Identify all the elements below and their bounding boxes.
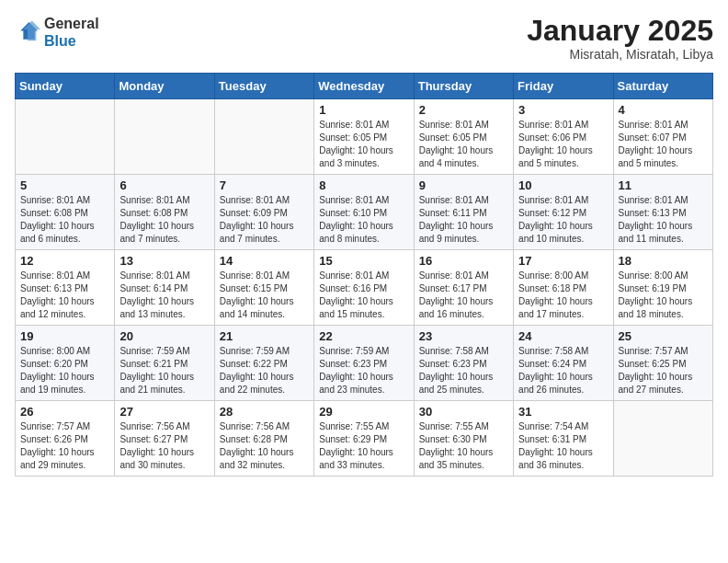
day-info: Sunrise: 8:01 AMSunset: 6:14 PMDaylight:… xyxy=(119,270,209,321)
day-number: 23 xyxy=(419,329,508,343)
calendar-cell: 3Sunrise: 8:01 AMSunset: 6:06 PMDaylight… xyxy=(514,99,613,175)
day-number: 31 xyxy=(518,405,608,419)
day-number: 5 xyxy=(20,178,109,192)
calendar-cell: 11Sunrise: 8:01 AMSunset: 6:13 PMDayligh… xyxy=(613,175,712,250)
calendar-cell: 19Sunrise: 8:00 AMSunset: 6:20 PMDayligh… xyxy=(16,326,115,401)
calendar-cell: 20Sunrise: 7:59 AMSunset: 6:21 PMDayligh… xyxy=(115,326,214,401)
calendar-cell: 16Sunrise: 8:01 AMSunset: 6:17 PMDayligh… xyxy=(414,250,513,326)
day-number: 13 xyxy=(119,254,209,268)
calendar-week-5: 26Sunrise: 7:57 AMSunset: 6:26 PMDayligh… xyxy=(16,401,713,477)
day-info: Sunrise: 8:01 AMSunset: 6:05 PMDaylight:… xyxy=(319,119,408,170)
calendar-cell: 6Sunrise: 8:01 AMSunset: 6:08 PMDaylight… xyxy=(115,175,214,250)
day-number: 21 xyxy=(220,329,309,343)
day-number: 28 xyxy=(220,405,309,419)
calendar-week-2: 5Sunrise: 8:01 AMSunset: 6:08 PMDaylight… xyxy=(16,175,713,250)
day-info: Sunrise: 7:59 AMSunset: 6:23 PMDaylight:… xyxy=(319,345,408,396)
day-number: 7 xyxy=(220,178,309,192)
calendar-week-3: 12Sunrise: 8:01 AMSunset: 6:13 PMDayligh… xyxy=(16,250,713,326)
calendar-cell xyxy=(214,99,313,175)
logo: General Blue xyxy=(15,15,99,50)
day-info: Sunrise: 8:00 AMSunset: 6:18 PMDaylight:… xyxy=(518,270,608,321)
calendar-cell xyxy=(16,99,115,175)
day-info: Sunrise: 8:01 AMSunset: 6:13 PMDaylight:… xyxy=(20,270,109,321)
day-info: Sunrise: 7:58 AMSunset: 6:23 PMDaylight:… xyxy=(419,345,508,396)
calendar-week-4: 19Sunrise: 8:00 AMSunset: 6:20 PMDayligh… xyxy=(16,326,713,401)
location-subtitle: Misratah, Misratah, Libya xyxy=(527,47,713,62)
day-info: Sunrise: 7:56 AMSunset: 6:28 PMDaylight:… xyxy=(220,420,309,472)
day-number: 24 xyxy=(518,329,608,343)
day-info: Sunrise: 8:01 AMSunset: 6:08 PMDaylight:… xyxy=(20,194,109,246)
day-number: 10 xyxy=(518,178,608,192)
logo-general-text: General xyxy=(44,15,99,32)
calendar-cell: 7Sunrise: 8:01 AMSunset: 6:09 PMDaylight… xyxy=(214,175,313,250)
day-number: 14 xyxy=(220,254,309,268)
day-info: Sunrise: 8:01 AMSunset: 6:07 PMDaylight:… xyxy=(619,119,708,170)
day-info: Sunrise: 7:59 AMSunset: 6:22 PMDaylight:… xyxy=(220,345,309,396)
day-info: Sunrise: 7:54 AMSunset: 6:31 PMDaylight:… xyxy=(518,420,608,472)
day-info: Sunrise: 7:57 AMSunset: 6:26 PMDaylight:… xyxy=(20,420,109,472)
day-info: Sunrise: 7:55 AMSunset: 6:29 PMDaylight:… xyxy=(319,420,408,472)
day-info: Sunrise: 8:01 AMSunset: 6:09 PMDaylight:… xyxy=(220,194,309,246)
day-info: Sunrise: 8:01 AMSunset: 6:17 PMDaylight:… xyxy=(419,270,508,321)
calendar-cell: 5Sunrise: 8:01 AMSunset: 6:08 PMDaylight… xyxy=(16,175,115,250)
logo-blue-text: Blue xyxy=(44,32,99,50)
calendar-cell: 12Sunrise: 8:01 AMSunset: 6:13 PMDayligh… xyxy=(16,250,115,326)
day-number: 17 xyxy=(518,254,608,268)
calendar-cell: 14Sunrise: 8:01 AMSunset: 6:15 PMDayligh… xyxy=(214,250,313,326)
weekday-header-wednesday: Wednesday xyxy=(314,74,414,99)
day-number: 4 xyxy=(619,103,708,117)
day-number: 9 xyxy=(419,178,508,192)
calendar-cell: 2Sunrise: 8:01 AMSunset: 6:05 PMDaylight… xyxy=(414,99,513,175)
day-number: 8 xyxy=(319,178,408,192)
day-number: 3 xyxy=(518,103,608,117)
calendar-cell: 23Sunrise: 7:58 AMSunset: 6:23 PMDayligh… xyxy=(414,326,513,401)
calendar-cell: 18Sunrise: 8:00 AMSunset: 6:19 PMDayligh… xyxy=(613,250,712,326)
weekday-header-sunday: Sunday xyxy=(16,74,115,99)
day-number: 15 xyxy=(319,254,408,268)
day-info: Sunrise: 8:01 AMSunset: 6:06 PMDaylight:… xyxy=(518,119,608,170)
title-area: January 2025 Misratah, Misratah, Libya xyxy=(527,15,713,62)
calendar-cell: 24Sunrise: 7:58 AMSunset: 6:24 PMDayligh… xyxy=(514,326,613,401)
calendar-cell: 21Sunrise: 7:59 AMSunset: 6:22 PMDayligh… xyxy=(214,326,313,401)
day-info: Sunrise: 7:56 AMSunset: 6:27 PMDaylight:… xyxy=(119,420,209,472)
calendar-cell xyxy=(115,99,214,175)
day-number: 6 xyxy=(119,178,209,192)
calendar-cell: 1Sunrise: 8:01 AMSunset: 6:05 PMDaylight… xyxy=(314,99,414,175)
day-number: 19 xyxy=(20,329,109,343)
calendar-cell: 9Sunrise: 8:01 AMSunset: 6:11 PMDaylight… xyxy=(414,175,513,250)
calendar-cell: 31Sunrise: 7:54 AMSunset: 6:31 PMDayligh… xyxy=(514,401,613,477)
calendar-cell: 30Sunrise: 7:55 AMSunset: 6:30 PMDayligh… xyxy=(414,401,513,477)
calendar-cell: 15Sunrise: 8:01 AMSunset: 6:16 PMDayligh… xyxy=(314,250,414,326)
calendar-cell: 22Sunrise: 7:59 AMSunset: 6:23 PMDayligh… xyxy=(314,326,414,401)
day-number: 12 xyxy=(20,254,109,268)
calendar-cell: 27Sunrise: 7:56 AMSunset: 6:27 PMDayligh… xyxy=(115,401,214,477)
weekday-header-thursday: Thursday xyxy=(414,74,513,99)
calendar-cell: 26Sunrise: 7:57 AMSunset: 6:26 PMDayligh… xyxy=(16,401,115,477)
calendar-cell: 4Sunrise: 8:01 AMSunset: 6:07 PMDaylight… xyxy=(613,99,712,175)
weekday-header-row: SundayMondayTuesdayWednesdayThursdayFrid… xyxy=(16,74,713,99)
day-info: Sunrise: 8:00 AMSunset: 6:19 PMDaylight:… xyxy=(619,270,708,321)
calendar-table: SundayMondayTuesdayWednesdayThursdayFrid… xyxy=(15,73,713,477)
day-info: Sunrise: 8:01 AMSunset: 6:08 PMDaylight:… xyxy=(119,194,209,246)
weekday-header-friday: Friday xyxy=(514,74,613,99)
calendar-week-1: 1Sunrise: 8:01 AMSunset: 6:05 PMDaylight… xyxy=(16,99,713,175)
day-info: Sunrise: 8:01 AMSunset: 6:10 PMDaylight:… xyxy=(319,194,408,246)
weekday-header-monday: Monday xyxy=(115,74,214,99)
day-number: 26 xyxy=(20,405,109,419)
calendar-cell xyxy=(613,401,712,477)
day-info: Sunrise: 7:58 AMSunset: 6:24 PMDaylight:… xyxy=(518,345,608,396)
day-info: Sunrise: 8:01 AMSunset: 6:12 PMDaylight:… xyxy=(518,194,608,246)
day-number: 30 xyxy=(419,405,508,419)
day-info: Sunrise: 7:59 AMSunset: 6:21 PMDaylight:… xyxy=(119,345,209,396)
day-number: 20 xyxy=(119,329,209,343)
calendar-cell: 25Sunrise: 7:57 AMSunset: 6:25 PMDayligh… xyxy=(613,326,712,401)
weekday-header-tuesday: Tuesday xyxy=(214,74,313,99)
day-info: Sunrise: 8:01 AMSunset: 6:05 PMDaylight:… xyxy=(419,119,508,170)
day-number: 22 xyxy=(319,329,408,343)
calendar-cell: 8Sunrise: 8:01 AMSunset: 6:10 PMDaylight… xyxy=(314,175,414,250)
day-info: Sunrise: 7:55 AMSunset: 6:30 PMDaylight:… xyxy=(419,420,508,472)
calendar-cell: 17Sunrise: 8:00 AMSunset: 6:18 PMDayligh… xyxy=(514,250,613,326)
day-number: 18 xyxy=(619,254,708,268)
day-info: Sunrise: 8:01 AMSunset: 6:16 PMDaylight:… xyxy=(319,270,408,321)
calendar-cell: 13Sunrise: 8:01 AMSunset: 6:14 PMDayligh… xyxy=(115,250,214,326)
